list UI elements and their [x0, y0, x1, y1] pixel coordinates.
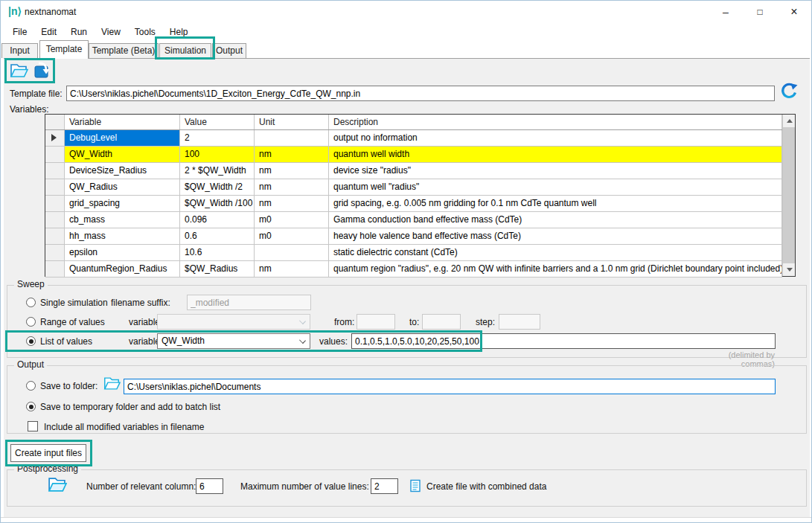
postprocessing-folder-button[interactable]	[47, 476, 67, 493]
cell-value[interactable]: 2	[180, 130, 255, 147]
scroll-up-icon[interactable]	[783, 115, 796, 127]
cell-description[interactable]: Gamma conduction band effective mass (Cd…	[329, 212, 782, 228]
cell-variable[interactable]: QuantumRegion_Radius	[65, 261, 180, 277]
cell-variable[interactable]: QW_Radius	[65, 179, 180, 196]
current-row-arrow-icon	[51, 134, 57, 141]
cell-unit[interactable]	[255, 130, 329, 147]
cell-value[interactable]: $QW_Width /2	[180, 179, 255, 196]
value-lines-label: Maximum number of value lines:	[240, 481, 369, 492]
include-variables-checkbox[interactable]	[28, 421, 38, 431]
col-header-variable[interactable]: Variable	[65, 115, 180, 129]
cell-value[interactable]: $QW_Width /100	[180, 196, 255, 212]
scrollbar-thumb[interactable]	[783, 127, 795, 263]
cell-variable[interactable]: DeviceSize_Radius	[65, 163, 180, 179]
create-combined-file-label[interactable]: Create file with combined data	[426, 481, 546, 492]
to-input[interactable]	[422, 314, 461, 330]
cell-variable[interactable]: cb_mass	[65, 212, 180, 228]
menu-help[interactable]: Help	[170, 27, 188, 37]
menu-run[interactable]: Run	[71, 27, 87, 37]
single-simulation-label[interactable]: Single simulation	[40, 298, 108, 308]
cell-value[interactable]: 10.6	[180, 245, 255, 261]
output-group-title: Output	[14, 359, 47, 370]
cell-unit[interactable]: nm	[255, 163, 329, 179]
cell-description[interactable]: grid spacing, e.g. 0.005 nm gridding for…	[329, 196, 782, 212]
tab-template-beta[interactable]: Template (Beta)	[89, 43, 159, 58]
cell-variable[interactable]: DebugLevel	[65, 130, 180, 147]
current-row-indicator	[45, 130, 65, 147]
col-header-value[interactable]: Value	[180, 115, 255, 129]
range-of-values-radio[interactable]	[26, 317, 36, 327]
range-variable-combobox[interactable]	[157, 314, 310, 330]
row-header	[45, 261, 65, 277]
template-file-input[interactable]	[66, 86, 775, 101]
col-header-unit[interactable]: Unit	[255, 115, 329, 129]
scroll-down-icon[interactable]	[783, 263, 796, 276]
include-variables-label[interactable]: Include all modified variables in filena…	[44, 422, 204, 432]
refresh-template-button[interactable]	[779, 81, 799, 100]
tab-output[interactable]: Output	[212, 43, 246, 58]
table-row[interactable]: DeviceSize_Radius 2 * $QW_Width nm devic…	[45, 163, 782, 179]
menu-view[interactable]: View	[101, 27, 121, 37]
window-title: nextnanomat	[25, 7, 76, 17]
value-lines-input[interactable]	[371, 478, 398, 494]
tab-input[interactable]: Input	[1, 43, 38, 58]
temp-folder-label[interactable]: Save to temporary folder and add to batc…	[40, 402, 220, 412]
cell-unit[interactable]: nm	[255, 196, 329, 212]
save-folder-path-input[interactable]	[124, 379, 776, 394]
filename-suffix-input[interactable]	[187, 295, 311, 310]
cell-unit[interactable]: nm	[255, 179, 329, 196]
maximize-button[interactable]: □	[743, 1, 777, 23]
cell-description[interactable]: output no information	[329, 130, 782, 147]
cell-unit[interactable]: m0	[255, 212, 329, 228]
cell-variable[interactable]: epsilon	[65, 245, 180, 261]
cell-variable[interactable]: grid_spacing	[65, 196, 180, 212]
open-folder-icon	[47, 476, 67, 493]
col-header-description[interactable]: Description	[329, 115, 782, 129]
cell-value[interactable]: 100	[180, 147, 255, 163]
row-header	[45, 245, 65, 261]
menu-edit[interactable]: Edit	[41, 27, 57, 37]
range-of-values-label[interactable]: Range of values	[40, 317, 105, 327]
table-row[interactable]: grid_spacing $QW_Width /100 nm grid spac…	[45, 196, 782, 212]
cell-description[interactable]: device size "radius"	[329, 163, 782, 179]
temp-folder-radio[interactable]	[26, 402, 36, 411]
save-to-folder-label[interactable]: Save to folder:	[40, 381, 97, 391]
menu-tools[interactable]: Tools	[135, 27, 156, 37]
table-scrollbar[interactable]	[782, 115, 795, 276]
tab-template[interactable]: Template	[39, 40, 89, 59]
relevant-column-input[interactable]	[196, 478, 223, 494]
create-combined-file-button[interactable]	[409, 479, 422, 492]
table-row[interactable]: hh_mass 0.6 m0 heavy hole valence band e…	[45, 228, 782, 245]
table-row[interactable]: QW_Width 100 nm quantum well width	[45, 147, 782, 163]
cell-unit[interactable]: nm	[255, 261, 329, 277]
cell-unit[interactable]: nm	[255, 147, 329, 163]
cell-description[interactable]: heavy hole valence band effective mass (…	[329, 228, 782, 245]
cell-unit[interactable]	[255, 245, 329, 261]
cell-value[interactable]: 2 * $QW_Width	[180, 163, 255, 179]
save-to-folder-radio[interactable]	[26, 381, 36, 391]
table-row[interactable]: epsilon 10.6 static dielectric constant …	[45, 245, 782, 261]
step-input[interactable]	[499, 314, 540, 330]
cell-description[interactable]: static dielectric constant (CdTe)	[329, 245, 782, 261]
single-simulation-radio[interactable]	[26, 298, 36, 307]
table-row[interactable]: QW_Radius $QW_Width /2 nm quantum well "…	[45, 179, 782, 196]
minimize-button[interactable]: –	[709, 1, 743, 23]
cell-value[interactable]: 0.096	[180, 212, 255, 228]
nextnano-logo-icon: |n⟩	[8, 5, 22, 17]
table-row[interactable]: cb_mass 0.096 m0 Gamma conduction band e…	[45, 212, 782, 228]
from-input[interactable]	[357, 314, 395, 330]
menu-file[interactable]: File	[13, 27, 27, 37]
close-button[interactable]: ×	[777, 1, 811, 23]
cell-variable[interactable]: hh_mass	[65, 228, 180, 245]
table-row[interactable]: DebugLevel 2 output no information	[45, 130, 782, 147]
cell-description[interactable]: quantum well "radius"	[329, 179, 782, 196]
filename-suffix-label: filename suffix:	[111, 298, 170, 308]
cell-description[interactable]: quantum region "radius", e.g. 20 nm QW w…	[329, 261, 782, 277]
cell-value[interactable]: 0.6	[180, 228, 255, 245]
table-row[interactable]: QuantumRegion_Radius $QW_Radius nm quant…	[45, 261, 782, 277]
cell-description[interactable]: quantum well width	[329, 147, 782, 163]
browse-folder-button[interactable]	[103, 376, 121, 391]
cell-variable[interactable]: QW_Width	[65, 147, 180, 163]
cell-unit[interactable]: m0	[255, 228, 329, 245]
cell-value[interactable]: $QW_Radius	[180, 261, 255, 277]
